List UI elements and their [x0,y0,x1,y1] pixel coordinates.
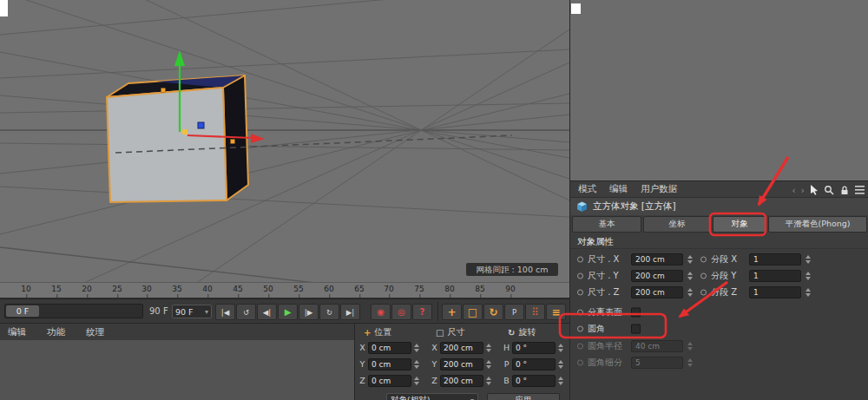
keyframe-dot-icon[interactable] [700,256,707,262]
z-axis-handle[interactable] [198,122,204,128]
ruler-tick: 50 [263,285,273,293]
size-x-value-input[interactable]: 200 cm [631,253,683,266]
frame-range-value: 90 F [175,307,194,317]
search-icon[interactable] [824,185,834,195]
stepper[interactable] [687,288,694,297]
position-x-input[interactable]: 0 cm [368,342,411,354]
timeline-ruler[interactable]: 10 15 20 25 30 35 40 45 50 55 60 65 70 7… [0,282,569,298]
separate-surfaces-checkbox[interactable] [631,307,641,317]
tab-phong[interactable]: 平滑着色(Phong) [768,216,867,233]
menu-user-data[interactable]: 用户数据 [641,183,677,195]
stepper[interactable] [557,377,564,385]
key-rotation-button[interactable]: ↻ [483,304,503,320]
menu-edit[interactable]: 编辑 [609,183,628,195]
tab-object[interactable]: 对象 [713,216,766,233]
loop-button[interactable]: ↻ [319,304,339,320]
stepper[interactable] [557,344,564,352]
keyframe-dot-icon [577,359,583,365]
end-frame-label: 90 F [149,306,168,316]
stepper[interactable] [413,360,420,369]
history-back-icon[interactable]: ‹ [792,185,795,196]
axis-label: H [503,343,510,352]
ruler-tick: 75 [414,285,424,293]
keyframe-dot-icon[interactable] [577,309,583,315]
goto-start-button[interactable]: |◀ [215,304,235,320]
timeline-slider[interactable]: 0 F [4,304,143,318]
fillet-checkbox[interactable] [631,324,641,333]
menu-function[interactable]: 功能 [47,326,65,338]
coordinate-mode-dropdown[interactable]: 对象(相对) ▾ [386,393,478,400]
keyframe-dot-icon[interactable] [700,272,707,279]
segments-y-value-input[interactable]: 1 [749,270,801,282]
stepper[interactable] [485,377,492,385]
stepper[interactable] [557,360,564,369]
stepper[interactable] [687,255,694,264]
stepper[interactable] [805,272,812,280]
size-z-value-input[interactable]: 200 cm [631,286,683,298]
rotation-b-input[interactable]: 0 ° [512,375,556,387]
viewport-scene [0,0,569,282]
axis-label: Z [431,376,438,385]
size-y-input[interactable]: 200 cm [440,358,483,370]
previous-frame-button[interactable]: ◀| [257,304,277,320]
keyframe-selection-button[interactable]: ⠿ [525,304,545,320]
param-label: 圆角半径 [588,340,622,352]
frame-range-dropdown[interactable]: 90 F ▾ [172,305,212,318]
rotation-h-input[interactable]: 0 ° [512,342,556,354]
size-z-input[interactable]: 200 cm [440,375,483,387]
stepper[interactable] [413,377,420,385]
segments-z-value-input[interactable]: 1 [749,286,801,298]
autokey-button[interactable]: ◎ [391,304,411,320]
next-frame-button[interactable]: |▶ [299,304,319,320]
rotation-p-input[interactable]: 0 ° [512,358,556,370]
cursor-icon[interactable] [810,185,819,195]
record-keyframe-button[interactable]: ◉ [371,304,391,320]
key-parameter-button[interactable]: P [504,304,524,320]
material-manager-area[interactable] [0,340,354,400]
current-frame-thumb[interactable]: 0 F [6,305,39,317]
keyframe-options-button[interactable]: ? [412,304,432,320]
size-y-value-input[interactable]: 200 cm [631,270,683,282]
stepper [687,342,694,351]
origin-handle[interactable] [182,129,187,134]
history-forward-icon[interactable]: › [801,185,805,196]
stepper[interactable] [413,344,420,352]
play-reverse-loop-button[interactable]: ↺ [236,304,256,320]
menu-mode[interactable]: 模式 [578,183,596,195]
ruler-tick: 85 [475,285,484,293]
goto-end-button[interactable]: ▶| [340,304,360,320]
grid-lines [0,0,569,282]
keyframe-dot-icon[interactable] [577,289,583,295]
tab-basic[interactable]: 基本 [572,216,641,233]
keyframe-dot-icon[interactable] [700,289,707,295]
cube-object[interactable] [107,75,248,202]
play-button[interactable]: ▶ [278,304,298,320]
lock-icon[interactable] [839,185,850,195]
keyframe-dot-icon[interactable] [577,325,583,331]
layers-button[interactable]: ≡ [546,304,566,320]
apply-button[interactable]: 应用 [487,393,560,400]
keyframe-dot-icon[interactable] [577,256,583,262]
stepper[interactable] [485,360,492,369]
menu-edit[interactable]: 编辑 [8,326,26,338]
param-label: 分段 Y [711,270,736,282]
segments-x-value-input[interactable]: 1 [749,253,801,266]
3d-viewport[interactable]: 网格间距 : 100 cm [0,0,569,282]
tab-coordinates[interactable]: 坐标 [643,216,711,233]
menu-texture[interactable]: 纹理 [86,326,104,338]
material-manager-menubar: 编辑 功能 纹理 [0,323,354,340]
stepper[interactable] [805,288,812,297]
axis-label: B [503,376,510,385]
stepper[interactable] [687,272,694,280]
menu-icon[interactable] [855,186,865,194]
size-x-input[interactable]: 200 cm [440,342,483,354]
position-y-input[interactable]: 0 cm [368,358,411,370]
key-scale-button[interactable]: □ [463,304,483,320]
keyframe-dot-icon [577,343,583,349]
keyframe-dot-icon[interactable] [577,272,583,279]
key-position-button[interactable]: + [442,304,462,320]
stepper[interactable] [805,255,812,264]
size-column: □ 尺寸 X200 cm Y200 cm Z200 cm [429,325,499,389]
position-z-input[interactable]: 0 cm [368,375,411,387]
stepper[interactable] [485,344,492,352]
